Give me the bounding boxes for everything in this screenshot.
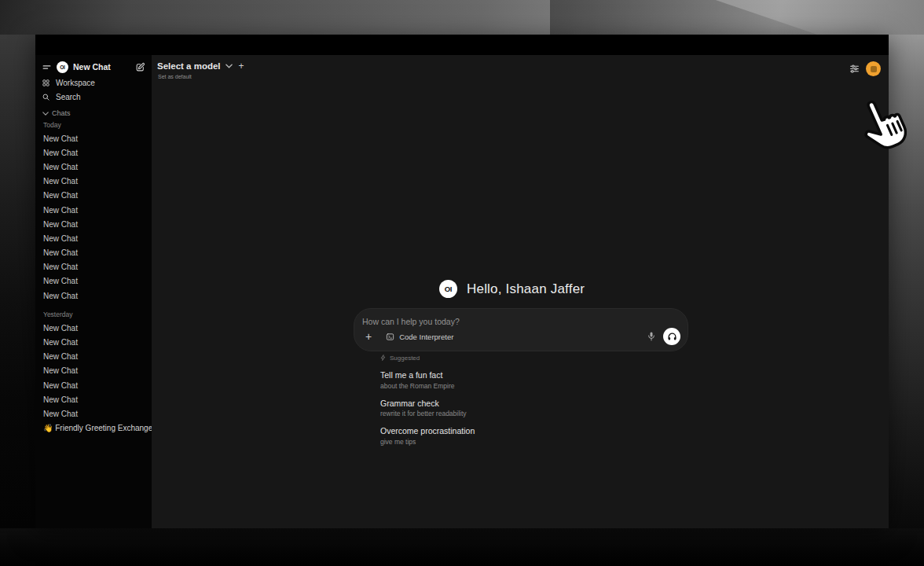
app-window: OI New Chat Workspace <box>35 35 889 528</box>
sidebar-item-search[interactable]: Search <box>42 90 152 103</box>
chat-list-item[interactable]: New Chat <box>43 392 152 406</box>
sidebar-item-workspace[interactable]: Workspace <box>42 76 152 89</box>
chat-list-item[interactable]: New Chat <box>43 350 152 364</box>
suggested-prompt[interactable]: Overcome procrastination give me tips <box>380 426 632 446</box>
suggested-header: Suggested <box>380 354 632 362</box>
app-logo: OI <box>439 280 457 298</box>
workspace-label: Workspace <box>56 79 95 87</box>
chat-input[interactable] <box>362 314 622 329</box>
chat-group-label-today: Today <box>43 119 152 130</box>
chat-list-yesterday: New Chat New Chat New Chat New Chat New … <box>35 321 152 421</box>
greeting: OI Hello, Ishaan Jaffer <box>439 280 585 298</box>
bolt-icon <box>380 354 386 362</box>
chat-input-card: + Code Interpreter <box>354 308 688 351</box>
desktop-background-left <box>0 35 35 528</box>
chat-list-item[interactable]: New Chat <box>43 289 152 303</box>
chat-list-item[interactable]: New Chat <box>43 246 152 260</box>
suggested-prompt-subtitle: give me tips <box>380 438 632 446</box>
voice-call-button[interactable] <box>663 328 680 345</box>
chats-section-label: Chats <box>52 109 71 117</box>
desktop-background-right <box>889 35 924 528</box>
greeting-text: Hello, Ishaan Jaffer <box>467 281 585 297</box>
chat-list-item[interactable]: New Chat <box>43 189 152 203</box>
microphone-icon[interactable] <box>647 331 656 342</box>
chat-list-item[interactable]: New Chat <box>43 335 152 349</box>
suggested-prompt-title: Grammar check <box>380 399 632 408</box>
chevron-down-icon <box>226 64 233 68</box>
chat-list-item[interactable]: New Chat <box>43 175 152 189</box>
chat-list-item[interactable]: New Chat <box>43 145 152 160</box>
header-controls <box>849 61 881 76</box>
chat-list-item[interactable]: New Chat <box>43 217 152 231</box>
suggested-prompt[interactable]: Tell me a fun fact about the Roman Empir… <box>380 370 632 390</box>
model-selector-label: Select a model <box>157 61 221 71</box>
chat-list-item[interactable]: New Chat <box>43 406 152 421</box>
chats-section-toggle[interactable]: Chats <box>42 107 152 119</box>
main-content: Select a model + Set as default <box>152 55 889 528</box>
sidebar-header: OI New Chat <box>42 61 145 73</box>
suggested-prompt[interactable]: Grammar check rewrite it for better read… <box>380 399 632 418</box>
suggested-prompt-title: Tell me a fun fact <box>380 370 632 380</box>
screen: OI New Chat Workspace <box>0 0 924 566</box>
terminal-icon <box>386 333 394 341</box>
chat-list-item[interactable]: New Chat <box>43 364 152 378</box>
desktop-background-bottom <box>0 528 924 566</box>
chat-list-item[interactable]: New Chat <box>43 160 152 174</box>
chat-list-item[interactable]: New Chat <box>43 260 152 274</box>
suggested-prompt-list: Tell me a fun fact about the Roman Empir… <box>380 370 632 446</box>
code-interpreter-toggle[interactable]: Code Interpreter <box>386 333 453 341</box>
avatar-glyph <box>871 66 877 72</box>
sidebar: OI New Chat Workspace <box>35 55 152 528</box>
chat-list-item[interactable]: New Chat <box>43 274 152 289</box>
chat-input-toolbar: + Code Interpreter <box>364 328 680 345</box>
search-label: Search <box>56 93 81 101</box>
chat-list-item[interactable]: New Chat <box>43 203 152 217</box>
chat-list-item-friendly-greeting[interactable]: 👋 Friendly Greeting Exchange <box>43 421 152 436</box>
chat-list-item[interactable]: New Chat <box>43 321 152 335</box>
search-icon <box>42 93 50 101</box>
suggested-prompt-subtitle: about the Roman Empire <box>380 382 632 390</box>
settings-sliders-icon[interactable] <box>849 64 860 74</box>
set-as-default-button[interactable]: Set as default <box>158 74 244 79</box>
suggested-prompt-title: Overcome procrastination <box>380 426 632 436</box>
sidebar-title: New Chat <box>73 62 111 72</box>
chat-list-item[interactable]: New Chat <box>43 378 152 392</box>
attach-plus-button[interactable]: + <box>364 331 373 342</box>
model-selector[interactable]: Select a model + <box>157 61 244 72</box>
user-avatar[interactable] <box>866 61 881 76</box>
new-chat-compose-icon[interactable] <box>135 62 145 72</box>
headphones-icon <box>667 332 677 341</box>
chat-list-item[interactable]: New Chat <box>43 131 152 145</box>
sidebar-toggle-icon[interactable] <box>42 62 52 72</box>
suggested-prompt-subtitle: rewrite it for better readability <box>380 410 632 417</box>
suggested-label: Suggested <box>390 355 420 362</box>
suggested-section: Suggested Tell me a fun fact about the R… <box>380 351 632 446</box>
add-model-button[interactable]: + <box>239 61 244 72</box>
chat-list-today: New Chat New Chat New Chat New Chat New … <box>35 131 152 303</box>
chat-group-label-yesterday: Yesterday <box>43 309 152 320</box>
main-header: Select a model + Set as default <box>157 61 244 79</box>
chat-list-item[interactable]: New Chat <box>43 231 152 245</box>
code-interpreter-label: Code Interpreter <box>399 333 453 341</box>
workspace-grid-icon <box>42 79 50 87</box>
app-logo: OI <box>57 61 68 73</box>
chevron-down-icon <box>42 112 49 116</box>
window-titlebar <box>35 35 889 55</box>
